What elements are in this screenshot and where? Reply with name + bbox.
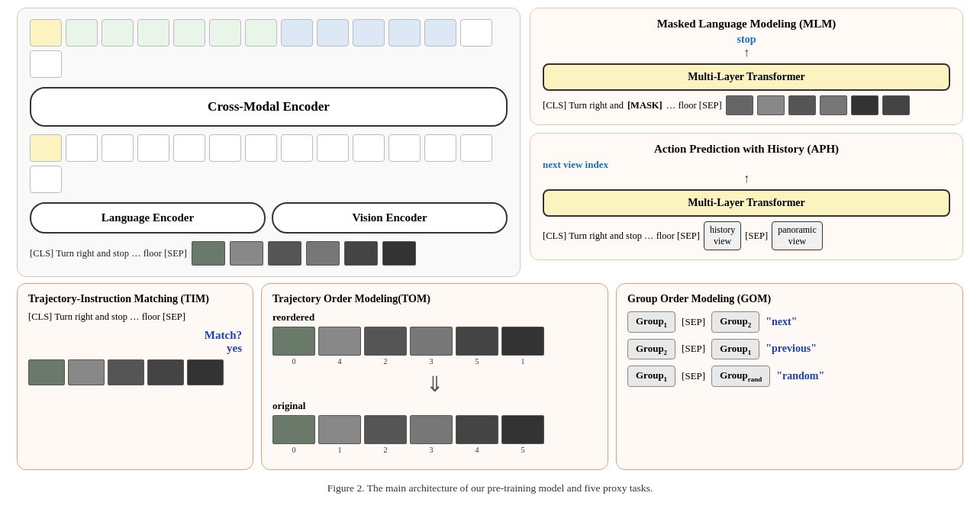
token-box-b-w1: [66, 134, 98, 162]
tom-num-o0: 0: [292, 446, 296, 454]
figure-caption: Figure 2. The main architecture of our p…: [17, 482, 963, 495]
token-box-b-w3: [137, 134, 169, 162]
tom-thumb-o3: [410, 415, 453, 444]
tom-col-2: 2: [364, 327, 407, 366]
tom-thumb-r0: [272, 327, 315, 356]
mlm-mask: [MASK]: [627, 100, 662, 111]
tom-col-3: 3: [410, 327, 453, 366]
tom-thumb-r3: [410, 327, 453, 356]
top-token-row: [30, 19, 508, 78]
mlm-thumb-5: [851, 95, 878, 115]
aph-title: Action Prediction with History (APH): [543, 143, 950, 156]
cross-modal-label: Cross-Modal Encoder: [208, 99, 330, 114]
tom-original-section: original 0 1 2: [272, 400, 597, 454]
tom-orig-col-5: 5: [501, 415, 544, 454]
left-input-row: [CLS] Turn right and stop … floor [SEP]: [30, 241, 508, 266]
cross-modal-encoder: Cross-Modal Encoder: [30, 87, 508, 127]
mlm-thumb-2: [757, 95, 785, 115]
token-box-lg3: [137, 19, 169, 47]
tom-orig-col-2: 2: [364, 415, 407, 454]
token-box-lg6: [245, 19, 277, 47]
gom-prev-label: "previous": [766, 343, 817, 355]
tom-num-r2: 2: [384, 357, 388, 366]
token-box-b-w6: [245, 134, 277, 162]
token-box-lb4: [388, 19, 421, 47]
tom-num-r4: 4: [338, 357, 342, 366]
language-encoder: Language Encoder: [30, 202, 266, 234]
gom-group1-r2: Group1: [711, 339, 759, 360]
gom-sep-r2: [SEP]: [682, 343, 705, 355]
token-box-lg2: [102, 19, 134, 47]
thumb-5: [344, 241, 378, 266]
gom-row-1: Group1 [SEP] Group2 "next": [627, 311, 952, 333]
top-row: Cross-Modal Encoder: [17, 8, 963, 277]
tom-reordered-images: 0 4 2 3 5: [272, 327, 597, 366]
aph-sep: [SEP]: [745, 230, 768, 242]
tom-num-r1: 1: [521, 357, 525, 366]
token-box-b-w7: [281, 134, 313, 162]
token-box-w2: [30, 50, 62, 78]
token-box-b-w2: [102, 134, 134, 162]
tim-box: Trajectory-Instruction Matching (TIM) [C…: [17, 283, 253, 470]
thumb-1: [192, 241, 225, 266]
gom-box: Group Order Modeling (GOM) Group1 [SEP] …: [616, 283, 963, 470]
token-box-lg1: [66, 19, 98, 47]
tom-num-r3: 3: [430, 357, 434, 366]
token-box-b-yellow: [30, 134, 62, 162]
tom-thumb-r5: [456, 327, 498, 356]
tom-num-o2: 2: [384, 446, 388, 454]
tim-thumb-2: [68, 359, 105, 385]
thumb-3: [268, 241, 301, 266]
mlm-input-row: [CLS] Turn right and [MASK] … floor [SEP…: [543, 95, 950, 115]
tom-orig-col-4: 4: [456, 415, 498, 454]
thumb-2: [230, 241, 263, 266]
main-container: Cross-Modal Encoder: [17, 8, 963, 495]
token-box-b-w10: [388, 134, 421, 162]
tom-orig-col-3: 3: [410, 415, 453, 454]
mlm-thumb-1: [726, 95, 753, 115]
mlm-thumb-4: [820, 95, 847, 115]
gom-sep-r1: [SEP]: [682, 316, 705, 328]
tom-thumb-o4: [456, 415, 498, 444]
aph-box: Action Prediction with History (APH) nex…: [530, 133, 963, 260]
tom-num-o5: 5: [521, 446, 525, 454]
gom-group2-r1: Group2: [711, 311, 759, 333]
tom-num-o3: 3: [430, 446, 434, 454]
tom-thumb-r2: [364, 327, 407, 356]
tom-col-0: 0: [272, 327, 315, 366]
next-view-label: next view index: [543, 159, 950, 171]
tom-num-r5: 5: [475, 357, 479, 366]
token-box-w1: [460, 19, 492, 47]
gom-sep-r3: [SEP]: [682, 370, 705, 382]
bottom-token-row: [30, 134, 508, 193]
tim-thumb-5: [187, 359, 224, 385]
tom-num-o4: 4: [475, 446, 479, 454]
token-box-b-w8: [317, 134, 349, 162]
mlm-text2: … floor [SEP]: [666, 100, 722, 111]
tom-reordered-section: reordered 0 4 2: [272, 311, 597, 366]
mlm-transformer: Multi-Layer Transformer: [543, 63, 950, 91]
stop-label: stop: [543, 34, 950, 46]
tom-col-1: 1: [501, 327, 544, 366]
gom-row-2: Group2 [SEP] Group1 "previous": [627, 339, 952, 360]
mlm-text1: [CLS] Turn right and: [543, 100, 624, 111]
token-box-b-w12: [460, 134, 492, 162]
history-view-box: historyview: [704, 221, 741, 250]
token-box-b-w9: [353, 134, 385, 162]
gom-group2-r2: Group2: [627, 339, 675, 360]
token-box-b-w5: [209, 134, 241, 162]
token-box-b-w13: [30, 166, 62, 193]
token-box-lb5: [424, 19, 456, 47]
token-box-yellow: [30, 19, 62, 47]
tim-thumb-1: [28, 359, 65, 385]
vision-encoder-label: Vision Encoder: [352, 211, 427, 224]
tom-orig-col-1: 1: [318, 415, 361, 454]
tim-thumbs: [28, 359, 242, 385]
tom-col-4: 4: [318, 327, 361, 366]
token-box-b-w11: [424, 134, 456, 162]
encoder-row: Language Encoder Vision Encoder: [30, 202, 508, 234]
aph-transformer: Multi-Layer Transformer: [543, 189, 950, 217]
tom-thumb-o5: [501, 415, 544, 444]
tim-text: [CLS] Turn right and stop … floor [SEP]: [28, 311, 242, 323]
mlm-thumb-3: [788, 95, 816, 115]
